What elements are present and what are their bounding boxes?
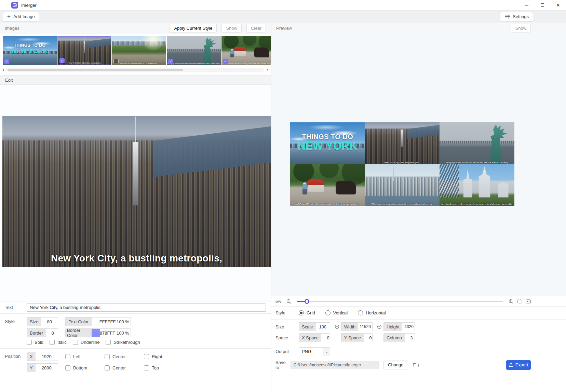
zoom-out-icon[interactable]: [286, 299, 292, 304]
zoom-slider-track[interactable]: [297, 301, 503, 302]
x-space-field: X Space 0: [299, 333, 330, 342]
align-right-checkbox[interactable]: Right: [144, 354, 176, 359]
open-folder-button[interactable]: [412, 361, 420, 369]
y-space-field: Y Space 0: [341, 333, 373, 342]
save-row: Save to C:/Users/mobeesoft/Pictures/Imer…: [271, 358, 566, 371]
align-center-h-checkbox[interactable]: Center: [105, 354, 137, 359]
column-value[interactable]: 3: [405, 334, 415, 342]
horizontal-radio[interactable]: Horizontal: [358, 310, 386, 315]
skyscraper-spire: [84, 41, 85, 53]
align-top-checkbox[interactable]: Top: [144, 365, 176, 370]
add-image-button[interactable]: + Add Image: [3, 12, 39, 22]
toolbar: + Add Image Settings: [0, 10, 566, 23]
style-section: Style Size 80 Text Color FFFFFF: [0, 313, 271, 348]
thumbnail-checkbox[interactable]: ✓: [223, 59, 228, 64]
images-show-button[interactable]: Show: [221, 24, 242, 32]
images-clear-button[interactable]: Clear: [246, 24, 266, 32]
thumbnail-statue-of-liberty[interactable]: ✓ ranging from world-famous landmarks li…: [167, 36, 221, 65]
preview-cell-horse-carriage: and Central Park to hidden gems with its…: [290, 164, 365, 206]
output-row: Output PNG ⌄: [271, 345, 566, 358]
y-space-label: Y Space: [341, 334, 364, 342]
title-card-text: THINGS TO DO NEW YORK: [3, 43, 57, 55]
strikethrough-checkbox[interactable]: Strikethrough: [106, 340, 140, 345]
grid-radio[interactable]: Grid: [299, 310, 315, 315]
align-bottom-checkbox[interactable]: Bottom: [65, 365, 97, 370]
bold-checkbox[interactable]: Bold: [27, 340, 43, 345]
thumbnail-checkbox[interactable]: [113, 59, 119, 64]
preview-cell-cathedral: the city offers an endless array of expe…: [440, 164, 514, 206]
underline-checkbox[interactable]: Underline: [73, 340, 100, 345]
minimize-button[interactable]: [519, 0, 535, 10]
vertical-radio[interactable]: Vertical: [325, 310, 348, 315]
align-center-v-checkbox[interactable]: Center: [105, 365, 137, 370]
thumbnail-checkbox[interactable]: ✓: [4, 59, 9, 64]
checkbox-box: [50, 340, 55, 345]
preview-show-button[interactable]: Show: [511, 24, 531, 32]
output-format-select[interactable]: PNG ⌄: [299, 347, 330, 356]
preview-cell-statue-of-liberty: ranging from world-famous landmarks like…: [440, 122, 514, 164]
save-to-label: Save to: [275, 360, 291, 370]
y-space-value[interactable]: 0: [364, 334, 373, 342]
zoom-slider[interactable]: [297, 299, 503, 304]
space-row-label: Space: [275, 335, 299, 340]
radio-button: [325, 310, 331, 315]
position-y-value[interactable]: 2000: [36, 364, 58, 372]
caption-text-input[interactable]: [27, 303, 266, 312]
checkbox-box: [105, 365, 110, 370]
thumbnail-central-park[interactable]: is home to an estimated 800+ attractions…: [112, 36, 166, 65]
text-row: Text: [0, 301, 271, 313]
text-color-opacity[interactable]: 100 %: [115, 317, 131, 326]
carriage-shape: [234, 47, 246, 56]
maximize-button[interactable]: [535, 0, 550, 10]
width-value[interactable]: 11520: [358, 323, 372, 331]
width-label: Width: [341, 323, 358, 331]
italic-checkbox[interactable]: Italic: [50, 340, 67, 345]
scale-value[interactable]: 100: [316, 323, 330, 331]
zoom-in-icon[interactable]: [508, 299, 514, 304]
height-label: Height: [384, 323, 402, 331]
thumbnail-horse-carriage[interactable]: ✓ and Central Park to hidden gems with i…: [221, 36, 271, 65]
close-button[interactable]: ✕: [550, 0, 566, 10]
text-color-swatch[interactable]: [92, 317, 100, 326]
font-size-value[interactable]: 80: [41, 317, 58, 326]
radio-button: [358, 310, 363, 315]
thumbnail-title-card[interactable]: THINGS TO DO NEW YORK ✓: [3, 36, 57, 65]
export-button[interactable]: Export: [506, 360, 531, 370]
zoom-slider-handle[interactable]: [305, 299, 309, 304]
actual-size-icon[interactable]: [525, 299, 531, 304]
border-color-hex[interactable]: 878FFF: [100, 329, 115, 337]
text-color-hex[interactable]: FFFFFF: [100, 317, 115, 326]
checkbox-box: [106, 340, 111, 345]
change-path-button[interactable]: Change: [383, 361, 408, 369]
scroll-left-icon[interactable]: ‹: [1, 68, 5, 72]
link-width-height-icon[interactable]: [377, 324, 382, 329]
preview-zoom-bar: 6%: [271, 296, 566, 306]
x-space-value[interactable]: 0: [321, 334, 330, 342]
thumbnail-checkbox[interactable]: ✓: [168, 59, 173, 64]
column-field: Column 3: [383, 333, 415, 342]
apply-current-style-button[interactable]: Apply Current Style: [170, 24, 217, 32]
border-color-swatch[interactable]: [92, 329, 100, 337]
layout-style-label: Style: [275, 310, 299, 315]
settings-button[interactable]: Settings: [500, 12, 533, 22]
thumbnail-checkbox[interactable]: ✓: [59, 58, 65, 63]
fit-to-window-icon[interactable]: [517, 299, 522, 304]
border-color-opacity[interactable]: 100 %: [115, 329, 131, 337]
border-size-value[interactable]: 8: [46, 329, 58, 337]
edit-title: Edit: [5, 78, 13, 83]
thumbnail-aerial-manhattan[interactable]: ✓ New York City, a bustling metropolis,: [57, 36, 111, 65]
height-value[interactable]: 4320: [402, 323, 415, 331]
align-left-checkbox[interactable]: Left: [65, 354, 97, 359]
scroll-right-icon[interactable]: ›: [265, 68, 269, 72]
save-path-field[interactable]: C:/Users/mobeesoft/Pictures/Imerger: [291, 361, 379, 369]
checkbox-box: [73, 340, 78, 345]
preview-canvas: THINGS TO DO NEW YORK New York City, a b…: [271, 34, 566, 296]
position-x-value[interactable]: 1920: [36, 352, 58, 361]
link-scale-width-icon[interactable]: [334, 324, 340, 329]
scrollbar-thumb[interactable]: [8, 69, 183, 71]
checkbox-box: [105, 354, 110, 359]
position-x-field: X 1920: [27, 352, 58, 361]
scale-label: Scale: [299, 323, 316, 331]
scrollbar-track[interactable]: [6, 68, 264, 72]
thumbnail-caption: is home to an estimated 800+ attractions…: [113, 63, 165, 65]
